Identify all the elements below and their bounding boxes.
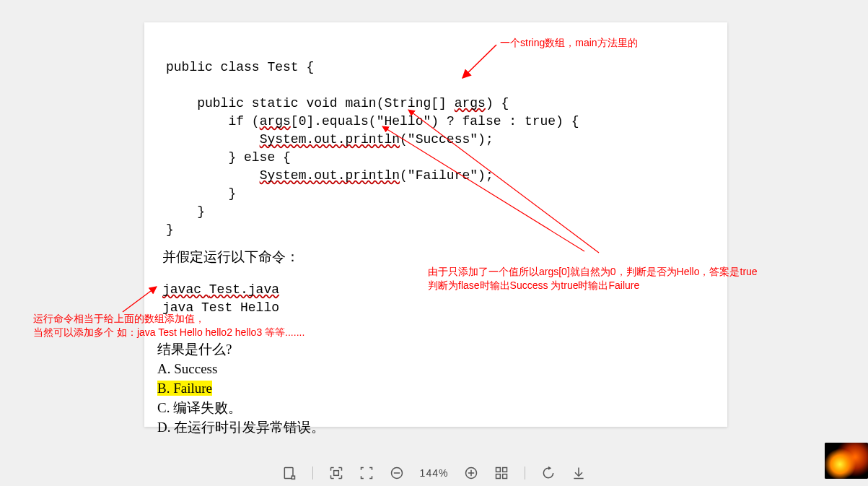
grid-view-icon[interactable] [494,466,509,480]
thumbnail-preview[interactable] [825,443,868,479]
svg-rect-13 [503,468,507,472]
option-b-highlight: B. Failure [157,381,212,396]
annotation-left-l1: 运行命令相当于给上面的数组添加值， [33,312,205,326]
annotation-top-right: 一个string数组，main方法里的 [500,36,638,50]
code-block: public class Test { public static void m… [166,40,579,239]
annotation-right-l2: 判断为flase时输出Success 为true时输出Failure [428,279,639,292]
document-page: public class Test { public static void m… [144,22,727,427]
cmd1b: Test.java [209,282,279,297]
option-b: B. Failure [157,378,325,398]
assume-text: 并假定运行以下命令： [162,248,299,266]
code-l7: } [166,186,236,201]
svg-rect-14 [496,474,501,479]
thumbnail-image [825,443,868,479]
code-l1: public class Test { [166,60,314,74]
code-l9: } [166,222,174,237]
fit-page-icon[interactable] [359,466,374,480]
result-question: 结果是什么? [157,340,232,359]
toolbar-separator [525,467,525,480]
code-l3c: [0].equals("Hello") ? false : true) { [291,114,579,129]
download-icon[interactable] [571,466,586,480]
annotation-left-l2: 当然可以添加多个 如：java Test Hello hello2 hello3… [33,326,304,339]
code-l2a: public static void main(String[] [166,96,455,110]
code-l3b: args [260,114,291,129]
svg-rect-5 [291,476,294,479]
code-l6c: ("Failure"); [400,168,494,183]
code-l3a: if ( [166,114,260,129]
option-c: C. 编译失败。 [157,398,325,417]
code-l5: } else { [166,150,291,165]
code-l2b: args [455,96,486,110]
zoom-level[interactable]: 144% [420,467,449,479]
option-d: D. 在运行时引发异常错误。 [157,417,325,437]
code-l2c: ) { [486,96,509,110]
code-l4c: ("Success"); [400,132,494,147]
options-block: A. Success B. Failure C. 编译失败。 D. 在运行时引发… [157,359,325,437]
code-l6b: System.out.println [260,168,400,183]
code-l6a [166,168,260,183]
code-l4b: System.out.println [260,132,400,147]
rotate-icon[interactable] [541,466,556,480]
toolbar-separator [312,467,313,480]
option-a: A. Success [157,359,325,378]
annotation-right-l1: 由于只添加了一个值所以args[0]就自然为0，判断是否为Hello，答案是tr… [428,265,758,279]
zoom-out-icon[interactable] [390,466,404,480]
svg-rect-6 [333,471,338,476]
page-view-icon[interactable] [282,466,297,480]
code-l4a [166,132,260,147]
svg-rect-12 [496,468,501,472]
code-l8: } [166,204,205,219]
viewer-toolbar: 144% [0,460,868,486]
fit-width-icon[interactable] [329,466,343,480]
zoom-in-icon[interactable] [464,466,478,480]
svg-rect-15 [503,474,507,479]
cmd1a: javac [162,282,209,297]
